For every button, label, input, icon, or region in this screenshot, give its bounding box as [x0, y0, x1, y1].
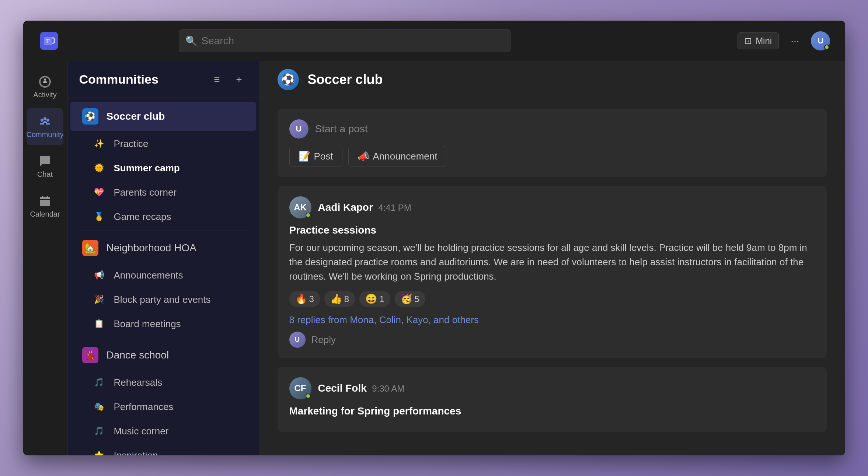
channel-item-music-corner[interactable]: 🎵 Music corner: [70, 419, 256, 443]
svg-text:T: T: [46, 39, 50, 44]
teams-logo: T: [38, 30, 60, 52]
practice-label: Practice: [114, 138, 149, 150]
announcement-button[interactable]: 📣 Announcement: [348, 146, 447, 167]
community-item-soccer-club[interactable]: ⚽ Soccer club: [70, 102, 256, 131]
post-button[interactable]: 📝 Post: [289, 146, 342, 167]
post-online-2: [306, 393, 311, 399]
performances-label: Performances: [114, 401, 174, 413]
sidebar-title: Communities: [79, 72, 209, 87]
search-input[interactable]: [179, 29, 510, 52]
filter-button[interactable]: ≡: [209, 71, 225, 88]
parents-corner-icon: 💝: [93, 186, 106, 199]
nav-item-calendar[interactable]: Calendar: [27, 188, 63, 225]
composer-top: U Start a post: [289, 119, 815, 139]
left-nav: Activity Community Chat: [23, 61, 67, 455]
post-icon: 📝: [299, 151, 310, 162]
channel-header: ⚽ Soccer club: [259, 61, 845, 98]
online-indicator: [824, 45, 829, 50]
reply-input-1[interactable]: Reply: [311, 334, 815, 346]
performances-icon: 🎭: [93, 400, 106, 413]
mini-icon: ⊡: [745, 36, 752, 46]
more-options-button[interactable]: ···: [788, 32, 802, 50]
post-author-1: Aadi Kapor: [318, 202, 373, 213]
channel-item-board-meetings[interactable]: 📋 Board meetings: [70, 312, 256, 336]
search-bar: 🔍: [179, 29, 510, 52]
smile-emoji: 😄: [365, 293, 377, 305]
nav-item-activity[interactable]: Activity: [27, 69, 63, 105]
nav-item-community[interactable]: Community: [27, 108, 63, 145]
parents-corner-label: Parents corner: [114, 187, 177, 198]
composer-placeholder[interactable]: Start a post: [315, 123, 368, 135]
rehearsals-icon: 🎵: [93, 376, 106, 389]
inspiration-label: Inspiration: [114, 450, 158, 456]
post-title-2: Marketing for Spring performances: [289, 405, 815, 417]
inspiration-icon: ⭐: [93, 449, 106, 455]
block-party-label: Block party and events: [114, 294, 211, 305]
music-corner-icon: 🎵: [93, 424, 106, 438]
titlebar-right: ⊡ Mini ··· U: [738, 31, 830, 50]
post-card-2: CF Cecil Folk 9:30 AM Marketing for Spri…: [278, 367, 827, 432]
replies-link-1[interactable]: 8 replies from Mona, Colin, Kayo, and ot…: [289, 314, 815, 326]
channel-item-rehearsals[interactable]: 🎵 Rehearsals: [70, 371, 256, 394]
board-meetings-icon: 📋: [93, 317, 106, 330]
thumbsup-emoji: 👍: [330, 293, 342, 305]
community-item-hoa[interactable]: 🏡 Neighborhood HOA: [70, 233, 256, 263]
channel-item-parents-corner[interactable]: 💝 Parents corner: [70, 181, 256, 204]
nav-item-chat[interactable]: Chat: [27, 148, 63, 185]
game-recaps-icon: 🥇: [93, 210, 106, 223]
game-recaps-label: Game recaps: [114, 211, 171, 223]
main-panel: ⚽ Soccer club U Start a post 📝 Post: [259, 61, 845, 455]
community-item-dance-school[interactable]: 💃 Dance school: [70, 340, 256, 370]
channel-item-game-recaps[interactable]: 🥇 Game recaps: [70, 205, 256, 228]
reaction-fire[interactable]: 🔥 3: [289, 291, 320, 307]
nav-calendar-label: Calendar: [30, 210, 60, 218]
mini-button[interactable]: ⊡ Mini: [738, 32, 779, 49]
nav-community-label: Community: [26, 130, 63, 139]
announcements-icon: 📢: [93, 269, 106, 282]
summer-camp-icon: 🌞: [93, 161, 106, 175]
nav-activity-label: Activity: [33, 91, 56, 99]
channel-item-practice[interactable]: ✨ Practice: [70, 132, 256, 155]
post-card-1: AK Aadi Kapor 4:41 PM Practice sessions …: [278, 186, 827, 358]
hoa-label: Neighborhood HOA: [107, 242, 196, 254]
divider-1: [79, 231, 247, 231]
smile-count: 1: [379, 294, 384, 304]
sidebar: Communities ≡ + ⚽ Soccer club ✨ Practice…: [67, 61, 259, 455]
party-count: 5: [415, 294, 419, 304]
channel-item-announcements[interactable]: 📢 Announcements: [70, 263, 256, 287]
post-composer: U Start a post 📝 Post 📣 Announcement: [278, 109, 827, 177]
reply-row-1: U Reply: [289, 332, 815, 348]
dance-school-label: Dance school: [107, 349, 169, 361]
app-window: T 🔍 ⊡ Mini ··· U: [23, 21, 845, 455]
channel-item-summer-camp[interactable]: 🌞 Summer camp: [70, 156, 256, 180]
fire-count: 3: [309, 294, 314, 304]
reaction-party[interactable]: 🥳 5: [395, 291, 425, 307]
post-body-1: For our upcoming season, we'll be holdin…: [289, 241, 815, 284]
summer-camp-label: Summer camp: [114, 162, 180, 174]
composer-buttons: 📝 Post 📣 Announcement: [289, 146, 815, 167]
soccer-club-label: Soccer club: [107, 111, 165, 122]
post-author-2: Cecil Folk: [318, 382, 367, 394]
channel-header-name: Soccer club: [308, 72, 383, 87]
reaction-thumbsup[interactable]: 👍 8: [324, 291, 355, 307]
svg-rect-7: [40, 197, 50, 206]
announcement-icon: 📣: [358, 151, 369, 162]
user-avatar[interactable]: U: [811, 31, 830, 50]
post-header-2: CF Cecil Folk 9:30 AM: [289, 377, 815, 399]
search-icon: 🔍: [185, 35, 197, 46]
svg-point-6: [43, 117, 46, 120]
post-author-wrap-2: Cecil Folk 9:30 AM: [318, 382, 405, 394]
post-time-1: 4:41 PM: [378, 203, 411, 213]
soccer-club-icon: ⚽: [82, 108, 98, 125]
reply-avatar-1: U: [289, 332, 306, 348]
party-emoji: 🥳: [401, 293, 412, 305]
channel-item-inspiration[interactable]: ⭐ Inspiration: [70, 444, 256, 455]
reaction-smile[interactable]: 😄 1: [359, 291, 390, 307]
post-author-wrap-1: Aadi Kapor 4:41 PM: [318, 202, 411, 213]
main-content: Activity Community Chat: [23, 61, 845, 455]
divider-2: [79, 338, 247, 338]
channel-item-performances[interactable]: 🎭 Performances: [70, 395, 256, 419]
add-community-button[interactable]: +: [231, 71, 247, 88]
channel-item-block-party[interactable]: 🎉 Block party and events: [70, 288, 256, 311]
post-time-2: 9:30 AM: [372, 384, 404, 393]
